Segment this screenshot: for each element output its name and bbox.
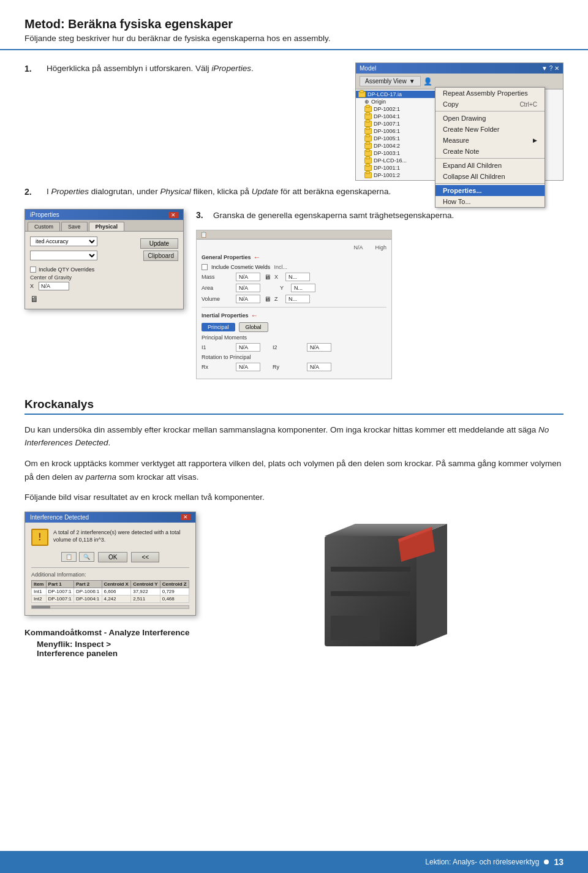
folder-icon-6 [364,135,372,142]
td-part2-2: DP-1004:1 [74,595,102,602]
ctx-create-note[interactable]: Create Note [435,146,545,157]
step2-i1: Properties [51,187,89,196]
asm-titlebar: Model ▼ ? ✕ [356,63,563,74]
kommando-section: Kommandoåtkomst - Analyze Interference M… [24,628,196,658]
general-props-title: General Properties ← [202,253,386,262]
step2-t4: för att beräkna egenskaperna. [278,187,391,196]
ry-value: N/A [307,363,331,371]
step1-number: 1. [24,64,36,74]
z-coord-value: N... [285,295,310,303]
step1-text-after: . [251,64,254,73]
update-button[interactable]: Update [140,238,178,249]
interference-dialog: Interference Detected ✕ ! A total of 2 i… [24,512,196,616]
step1-section: 1. Högerklicka på assemblyn i utforskare… [24,62,341,75]
arrow-icon-general: ← [254,253,261,262]
int-scrollbar[interactable] [31,605,189,609]
int-icon-btn-2[interactable]: 🔍 [79,552,94,562]
asm-controls: ▼ ? ✕ [541,65,559,72]
tab-custom[interactable]: Custom [28,222,60,231]
i1-value: N/A [236,343,260,352]
warning-icon: ! [31,529,48,546]
step2-t2: dialogrutan, under [89,187,160,196]
step1-content: 1. Högerklicka på assemblyn i utforskare… [24,62,341,86]
td-cz-1: 0,729 [160,588,189,595]
svg-rect-3 [331,567,410,572]
props-body: N/A High General Properties ← Include Co… [197,240,391,379]
include-cosmetic-label: Include Cosmetic Welds [211,264,270,270]
high-header: High [375,244,386,251]
folder-icon-highlighted [358,91,366,97]
principal-button[interactable]: Principal [202,323,235,331]
para2-italic: parterna [86,472,116,482]
y-coord-label: Y [280,285,288,291]
ctx-copy[interactable]: Copy Ctrl+C [435,99,545,110]
ctx-collapse-all[interactable]: Collapse All Children [435,171,545,182]
ctx-properties[interactable]: Properties... [435,185,545,196]
td-part1-2: DP-1007:1 [46,595,74,602]
mass-value: N/A [236,273,260,281]
td-cy-1: 37,922 [131,588,160,595]
origin-icon: ⊕ [364,99,369,105]
svg-rect-4 [331,591,410,596]
int-titlebar: Interference Detected ✕ [25,512,195,523]
step1-italic: iProperties [211,64,251,73]
ctx-label-collapse-all: Collapse All Children [443,173,505,180]
tab-physical[interactable]: Physical [89,222,125,231]
int-scrollbar-thumb [32,606,50,608]
asm-view-label[interactable]: Assembly View ▼ [360,76,421,86]
i1-i2-row: I1 N/A I2 N/A [202,343,386,352]
props-header-row: N/A High [202,244,386,251]
th-item: Item [32,580,47,588]
accuracy-select[interactable]: ited Accuracy [30,236,97,246]
kommando-panel-text: panelen [84,649,118,658]
ctx-label-create-note: Create Note [443,148,479,155]
volume-label: Volume [202,296,232,302]
second-select[interactable] [30,251,97,260]
include-qty-checkbox[interactable] [30,266,36,273]
int-close-button[interactable]: ✕ [181,514,190,520]
ctx-open-drawing[interactable]: Open Drawing [435,113,545,124]
area-row: Area N/A Y N... [202,284,386,292]
int-ok-button[interactable]: OK [98,552,127,562]
include-qty-label: Include QTY Overrides [39,266,94,273]
step1-text: Högerklicka på assemblyn i utforskaren. … [47,62,254,75]
dialog-close-button[interactable]: ✕ [168,212,178,218]
x-coord-label: X [274,274,283,280]
asm-item-label-5: DP-1006:1 [374,128,400,134]
inertial-props-label: Inertial Properties [202,312,249,319]
folder-icon-3 [364,113,372,119]
ctx-expand-all[interactable]: Expand All Children [435,160,545,171]
page-title: Metod: Beräkna fysiska egenskaper [24,17,564,31]
left-bottom: Interference Detected ✕ ! A total of 2 i… [24,512,196,658]
table-row: Int1 DP-1007:1 DP-1006:1 6,606 37,922 0,… [32,588,189,595]
step2-i2: Physical [160,187,190,196]
ctx-label-copy: Copy [443,100,459,108]
ctx-label-expand-all: Expand All Children [443,162,502,169]
step3-right: 3. Granska de generella egenskaperna sam… [196,209,564,379]
int-back-button[interactable]: << [131,552,159,562]
ctx-divider-2 [435,158,545,159]
step2-t3: fliken, klicka på [191,187,252,196]
step2-number: 2. [24,187,36,197]
asm-view-dropdown: ▼ [409,78,415,85]
x-coord-value: N... [285,273,310,281]
int-title: Interference Detected [30,514,89,521]
int-icon-btn-1[interactable]: 📋 [61,552,77,562]
step3-text-row: 3. Granska de generella egenskaperna sam… [196,209,564,222]
ctx-create-folder[interactable]: Create New Folder [435,124,545,135]
x-label: X [30,283,36,289]
footer-text: Lektion: Analys- och rörelseverktyg 13 [425,857,564,867]
step3-section: iProperties ✕ Custom Save Physical ited … [24,209,564,379]
global-button[interactable]: Global [239,322,268,332]
ctx-measure[interactable]: Measure ▶ [435,135,545,146]
cosmetic-checkbox[interactable] [202,264,208,270]
ctx-how-to[interactable]: How To... [435,196,545,207]
rx-value: N/A [236,363,260,371]
area-label: Area [202,285,232,291]
rx-ry-row: Rx N/A Ry N/A [202,363,386,371]
ctx-label-open-drawing: Open Drawing [443,115,486,122]
ctx-repeat-assembly[interactable]: Repeat Assembly Properties [435,88,545,99]
tab-save[interactable]: Save [61,222,88,231]
area-value: N/A [236,284,260,292]
int-body: ! A total of 2 interference(s) were dete… [25,523,195,615]
